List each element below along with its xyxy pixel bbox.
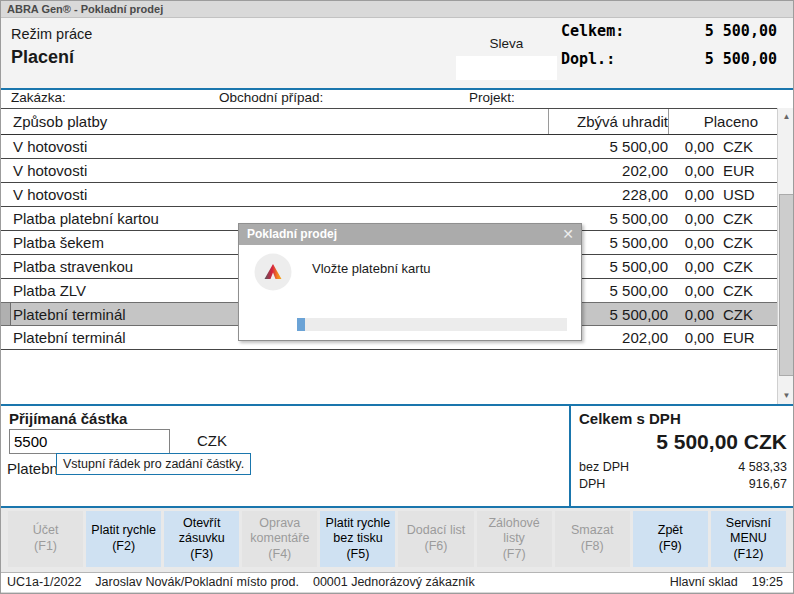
button-label: Otevřít zásuvku: [164, 516, 239, 547]
button-key: (F3): [190, 547, 213, 563]
function-button-f6: Dodací list(F6): [398, 511, 473, 567]
dialog-progressbar: [297, 318, 567, 331]
project-label: Projekt:: [469, 90, 515, 105]
status-document: UC1a-1/2022: [7, 575, 81, 589]
button-key: (F2): [112, 539, 135, 555]
button-label: Zpět: [658, 523, 683, 539]
button-key: (F6): [425, 539, 448, 555]
dialog-message: Vložte platební kartu: [312, 261, 431, 276]
function-button-f3[interactable]: Otevřít zásuvku(F3): [164, 511, 239, 567]
function-button-f7: Zálohové listy(F7): [477, 511, 552, 567]
progress-chunk: [297, 318, 305, 331]
button-key: (F5): [346, 547, 369, 563]
paid-amount: 0,00: [668, 138, 714, 155]
paid-amount: 0,00: [668, 186, 714, 203]
currency-code: USD: [714, 186, 764, 203]
status-customer: 00001 Jednorázový zákazník: [313, 575, 475, 589]
discount-field[interactable]: [456, 56, 557, 80]
paid-amount: 0,00: [668, 162, 714, 179]
window-titlebar: ABRA Gen® - Pokladní prodej: [1, 1, 793, 18]
remaining-amount: 228,00: [548, 186, 668, 203]
header-totals: Celkem: 5 500,00 Dopl.: 5 500,00: [561, 22, 777, 78]
without-vat-value: 4 583,33: [738, 460, 787, 474]
status-user: Jaroslav Novák/Pokladní místo prod.: [95, 575, 299, 589]
currency-code: EUR: [714, 329, 764, 346]
without-vat-label: bez DPH: [579, 460, 629, 474]
table-scrollbar[interactable]: ▲ ▼: [777, 108, 794, 404]
button-label: Účet: [33, 523, 59, 539]
app-window: ABRA Gen® - Pokladní prodej Režim práce …: [0, 0, 794, 594]
amount-currency-label: CZK: [197, 432, 227, 449]
paid-amount: 0,00: [668, 282, 714, 299]
function-button-f5[interactable]: Platit rychle bez tisku(F5): [320, 511, 395, 567]
payment-terminal-dialog: Pokladní prodej ✕ Vložte platební kartu: [238, 223, 582, 341]
abra-logo-icon: [254, 253, 292, 291]
paid-amount: 0,00: [668, 234, 714, 251]
button-label: Platit rychle: [91, 523, 156, 539]
table-header: Způsob platby Zbývá uhradit Placeno: [1, 109, 777, 135]
button-label: Smazat: [571, 523, 613, 539]
function-button-f9[interactable]: Zpět(F9): [633, 511, 708, 567]
discount-label: Sleva: [456, 36, 557, 51]
column-header-paid[interactable]: Placeno: [668, 109, 764, 134]
button-label: Zálohové listy: [477, 516, 552, 547]
scroll-up-icon[interactable]: ▲: [778, 108, 794, 125]
amount-input-tooltip: Vstupní řádek pro zadání částky.: [56, 453, 251, 475]
due-label: Dopl.:: [561, 50, 615, 68]
total-with-vat: 5 500,00 CZK: [579, 430, 787, 454]
button-label: Servisní MENU: [711, 516, 786, 547]
business-case-label: Obchodní případ:: [219, 90, 323, 105]
button-label: Platit rychle bez tisku: [320, 516, 395, 547]
table-row[interactable]: V hotovosti228,000,00USD: [1, 183, 777, 207]
payment-method: V hotovosti: [1, 138, 548, 155]
currency-code: CZK: [714, 210, 764, 227]
function-button-bar: Účet(F1)Platit rychle(F2)Otevřít zásuvku…: [1, 508, 793, 572]
button-key: (F9): [659, 539, 682, 555]
paid-amount: 0,00: [668, 210, 714, 227]
currency-code: CZK: [714, 234, 764, 251]
table-row[interactable]: V hotovosti5 500,000,00CZK: [1, 135, 777, 159]
received-amount-input[interactable]: [9, 429, 170, 454]
remaining-amount: 202,00: [548, 162, 668, 179]
button-label: Dodací list: [407, 523, 465, 539]
scroll-down-icon[interactable]: ▼: [778, 387, 794, 404]
paid-amount: 0,00: [668, 329, 714, 346]
scrollbar-thumb[interactable]: [779, 194, 794, 376]
column-header-method[interactable]: Způsob platby: [1, 113, 548, 130]
paid-amount: 0,00: [668, 258, 714, 275]
dialog-titlebar: Pokladní prodej ✕: [239, 224, 581, 245]
totals-title: Celkem s DPH: [579, 410, 787, 427]
header-panel: Režim práce Placení Sleva Celkem: 5 500,…: [1, 18, 793, 90]
function-button-f12[interactable]: Servisní MENU(F12): [711, 511, 786, 567]
due-value: 5 500,00: [705, 50, 777, 68]
column-header-remaining[interactable]: Zbývá uhradit: [548, 109, 668, 134]
button-key: (F1): [34, 539, 57, 555]
currency-code: CZK: [714, 306, 764, 323]
close-icon[interactable]: ✕: [562, 224, 574, 245]
currency-code: CZK: [714, 138, 764, 155]
order-label: Zakázka:: [11, 90, 66, 105]
total-value: 5 500,00: [705, 22, 777, 40]
total-label: Celkem:: [561, 22, 624, 40]
status-warehouse: Hlavní sklad: [670, 575, 738, 589]
button-key: (F12): [733, 547, 763, 563]
table-row[interactable]: V hotovosti202,000,00EUR: [1, 159, 777, 183]
window-title: ABRA Gen® - Pokladní prodej: [7, 3, 163, 15]
work-mode-value: Placení: [11, 47, 74, 68]
payment-entry-panel: Přijímaná částka CZK Platební terminál V…: [1, 406, 793, 506]
totals-panel: Celkem s DPH 5 500,00 CZK bez DPH 4 583,…: [569, 406, 794, 506]
work-mode-label: Režim práce: [11, 26, 92, 42]
button-key: (F8): [581, 539, 604, 555]
currency-code: CZK: [714, 282, 764, 299]
remaining-amount: 5 500,00: [548, 138, 668, 155]
function-button-f4: Oprava komentáře(F4): [242, 511, 317, 567]
vat-value: 916,67: [749, 477, 787, 491]
payment-method: V hotovosti: [1, 186, 548, 203]
function-button-f8: Smazat(F8): [555, 511, 630, 567]
button-label: Oprava komentáře: [242, 516, 317, 547]
function-button-f2[interactable]: Platit rychle(F2): [86, 511, 161, 567]
button-key: (F7): [503, 547, 526, 563]
currency-code: EUR: [714, 162, 764, 179]
currency-code: CZK: [714, 258, 764, 275]
status-time: 19:25: [752, 575, 783, 589]
